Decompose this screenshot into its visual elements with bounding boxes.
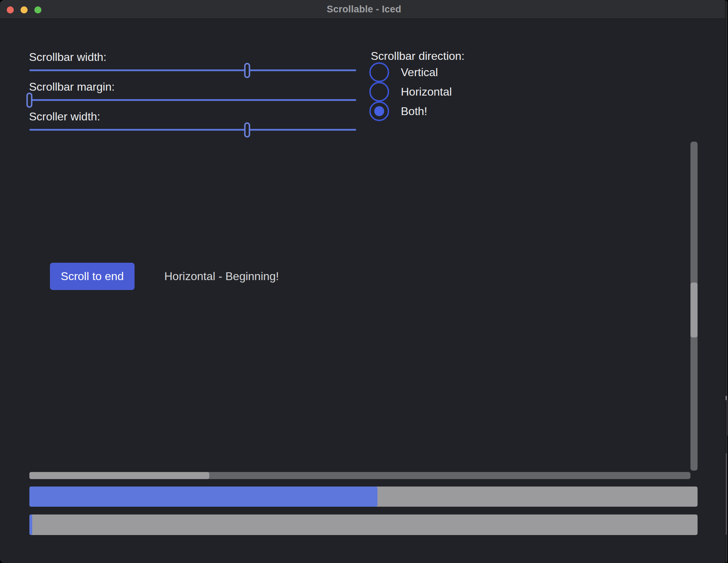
scroll-x-progress-bar [29, 514, 698, 535]
zoom-button-icon[interactable] [34, 6, 41, 13]
scrollbar-width-label: Scrollbar width: [29, 51, 107, 64]
vertical-scrollbar-thumb[interactable] [690, 283, 698, 337]
background-window-detail [726, 453, 727, 535]
radio-option-label: Horizontal [401, 85, 452, 98]
window-title: Scrollable - Iced [327, 4, 401, 15]
background-window-edge [725, 0, 728, 563]
minimize-button-icon[interactable] [21, 6, 28, 13]
radio-option-both[interactable]: Both! [369, 101, 427, 121]
vertical-scrollbar[interactable] [690, 142, 698, 471]
titlebar[interactable]: Scrollable - Iced [0, 0, 728, 19]
scroller-width-label: Scroller width: [29, 110, 100, 123]
radio-option-horizontal[interactable]: Horizontal [369, 82, 452, 102]
scroll-y-progress-bar [29, 487, 698, 507]
radio-circle-icon[interactable] [369, 82, 389, 102]
radio-circle-icon[interactable] [369, 62, 389, 82]
radio-option-label: Both! [401, 105, 427, 118]
radio-option-label: Vertical [401, 66, 438, 79]
radio-dot-icon [374, 106, 384, 116]
radio-circle-icon[interactable] [369, 101, 389, 121]
scrollbar-width-slider-handle[interactable] [244, 63, 250, 78]
scrollbar-margin-slider-handle[interactable] [27, 92, 33, 108]
radio-option-vertical[interactable]: Vertical [369, 62, 438, 82]
scroll-x-progress-fill [29, 514, 32, 535]
scrollbar-margin-slider[interactable] [29, 99, 356, 101]
horizontal-scrollbar-thumb[interactable] [29, 472, 209, 479]
scrollbar-margin-label: Scrollbar margin: [29, 80, 115, 93]
scrollbar-direction-label: Scrollbar direction: [371, 50, 465, 63]
scroll-to-end-button[interactable]: Scroll to end [50, 263, 135, 290]
scrollbar-width-slider[interactable] [29, 69, 356, 71]
app-window: Scrollable - Iced Scrollbar width: Scrol… [0, 0, 728, 563]
background-window-detail [726, 400, 728, 436]
horizontal-scrollbar[interactable] [29, 472, 690, 479]
scroller-width-slider[interactable] [29, 129, 356, 131]
scroller-width-slider-handle[interactable] [244, 122, 250, 137]
background-window-detail [726, 396, 727, 400]
scroll-y-progress-fill [29, 487, 377, 507]
close-button-icon[interactable] [7, 6, 14, 13]
scroll-status-text: Horizontal - Beginning! [164, 263, 279, 290]
